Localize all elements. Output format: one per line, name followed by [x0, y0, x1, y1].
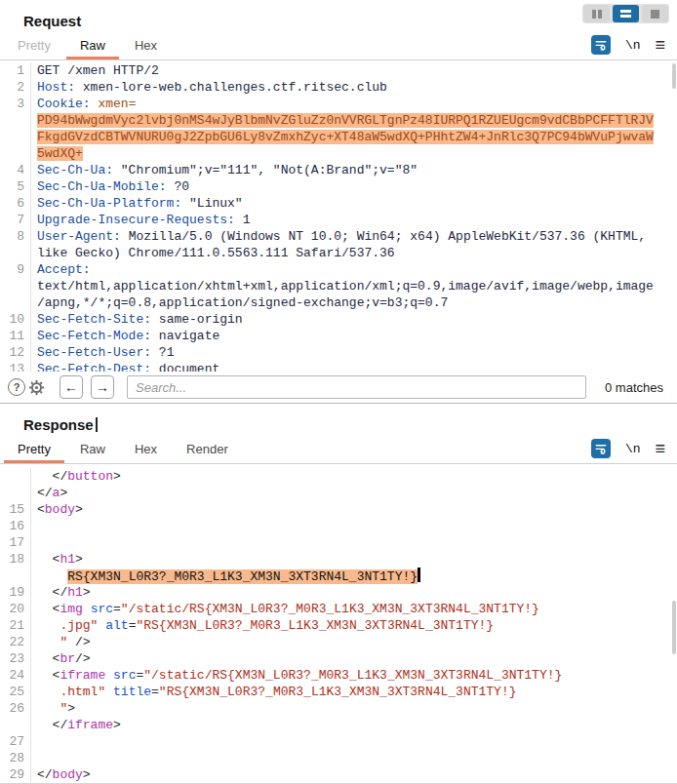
layout-columns-button[interactable] — [583, 5, 610, 22]
code-text: PD94bWwgdmVyc2lvbj0nMS4wJyBlbmNvZGluZz0n… — [31, 112, 654, 129]
line-number: 5 — [0, 178, 31, 195]
code-line[interactable]: 15<body> — [0, 501, 677, 518]
code-line[interactable]: 21 .jpg" alt="RS{XM3N_L0R3?_M0R3_L1K3_XM… — [0, 617, 677, 634]
tab-raw[interactable]: Raw — [65, 32, 120, 59]
code-line[interactable]: </button> — [0, 468, 677, 485]
text-caret — [96, 417, 98, 432]
line-number: 15 — [0, 501, 31, 518]
code-line[interactable]: 16 — [0, 518, 677, 534]
code-line[interactable]: 27 — [0, 733, 677, 750]
code-line[interactable]: 24 <iframe src="/static/RS{XM3N_L0R3?_M0… — [0, 667, 677, 684]
code-line[interactable]: 19 </h1> — [0, 584, 677, 601]
code-line[interactable]: text/html,application/xhtml+xml,applicat… — [0, 278, 677, 294]
code-line[interactable]: FkgdGVzdCBTWVNURU0gJ2ZpbGU6Ly8vZmxhZyc+X… — [0, 129, 677, 145]
code-line[interactable]: 6Sec-Ch-Ua-Platform: "Linux" — [0, 195, 677, 212]
layout-single-button[interactable] — [642, 5, 668, 22]
code-line[interactable]: 18 <h1> — [0, 551, 677, 568]
line-number — [0, 145, 31, 162]
right-arrow-icon: → — [96, 379, 109, 395]
code-text: text/html,application/xhtml+xml,applicat… — [31, 278, 654, 294]
columns-layout-icon — [592, 10, 602, 19]
code-line[interactable]: 23 <br/> — [0, 650, 677, 667]
response-editor[interactable]: </button></a>15<body>161718 <h1> RS{XM3N… — [0, 464, 677, 782]
code-text — [31, 733, 37, 750]
line-number — [0, 468, 31, 485]
line-number: 23 — [0, 650, 31, 667]
editor-menu-icon[interactable]: ≡ — [655, 36, 665, 54]
code-text: Upgrade-Insecure-Requests: 1 — [31, 212, 250, 228]
response-scrollbar-thumb[interactable] — [672, 601, 676, 654]
code-line[interactable]: like Gecko) Chrome/111.0.5563.111 Safari… — [0, 245, 677, 261]
code-line[interactable]: 4Sec-Ch-Ua: "Chromium";v="111", "Not(A:B… — [0, 162, 677, 178]
code-line[interactable]: 2Host: xmen-lore-web.challenges.ctf.rits… — [0, 79, 677, 96]
code-line[interactable]: </a> — [0, 485, 677, 501]
code-line[interactable]: 1GET /xmen HTTP/2 — [0, 62, 677, 79]
line-number — [0, 717, 31, 733]
show-newlines-toggle[interactable]: \n — [625, 38, 641, 53]
tab-hex[interactable]: Hex — [120, 32, 172, 59]
code-line[interactable]: </iframe> — [0, 717, 677, 733]
line-number: 16 — [0, 518, 31, 534]
code-text — [31, 750, 37, 766]
code-text: Sec-Ch-Ua-Mobile: ?0 — [31, 178, 189, 195]
code-text: GET /xmen HTTP/2 — [31, 62, 159, 79]
code-line[interactable]: 29</body> — [0, 766, 677, 782]
left-arrow-icon: ← — [64, 379, 78, 395]
line-number: 7 — [0, 212, 31, 228]
code-line[interactable]: 12Sec-Fetch-User: ?1 — [0, 344, 677, 361]
code-line[interactable]: 13Sec-Fetch-Dest: document — [0, 361, 677, 372]
code-text: </body> — [31, 766, 91, 782]
word-wrap-icon[interactable] — [591, 35, 611, 55]
line-number: 11 — [0, 328, 31, 344]
code-line[interactable]: 3Cookie: xmen= — [0, 96, 677, 112]
layout-rows-button[interactable] — [613, 5, 639, 22]
editor-menu-icon[interactable]: ≡ — [655, 440, 665, 457]
code-line[interactable]: 26 "> — [0, 700, 677, 717]
code-text: .jpg" alt="RS{XM3N_L0R3?_M0R3_L1K3_XM3N_… — [31, 617, 494, 634]
line-number — [0, 129, 31, 145]
tabs-spacer — [172, 32, 591, 59]
request-tabs-list: PrettyRawHex — [3, 32, 172, 59]
code-line[interactable]: 5wdXQ+ — [0, 145, 677, 162]
prev-match-button[interactable]: ← — [60, 375, 83, 399]
word-wrap-icon[interactable] — [591, 439, 611, 458]
show-newlines-toggle[interactable]: \n — [625, 442, 641, 456]
match-nav: ← → — [60, 375, 114, 399]
tab-pretty[interactable]: Pretty — [3, 32, 65, 59]
code-line[interactable]: RS{XM3N_L0R3?_M0R3_L1K3_XM3N_3XT3RN4L_3N… — [0, 568, 677, 584]
code-text: RS{XM3N_L0R3?_M0R3_L1K3_XM3N_3XT3RN4L_3N… — [31, 568, 420, 584]
settings-gear-icon[interactable] — [28, 379, 45, 396]
code-line[interactable]: PD94bWwgdmVyc2lvbj0nMS4wJyBlbmNvZGluZz0n… — [0, 112, 677, 129]
code-line[interactable]: 17 — [0, 534, 677, 551]
code-line[interactable]: 5Sec-Ch-Ua-Mobile: ?0 — [0, 178, 677, 195]
code-line[interactable]: 25 .html" title="RS{XM3N_L0R3?_M0R3_L1K3… — [0, 684, 677, 700]
response-editor-tools: \n ≡ — [591, 436, 665, 463]
code-line[interactable]: /apng,*/*;q=0.8,application/signed-excha… — [0, 294, 677, 311]
line-number: 20 — [0, 601, 31, 617]
request-tabs: PrettyRawHex \n ≡ — [0, 32, 677, 60]
request-scrollbar-thumb[interactable] — [672, 63, 676, 89]
code-line[interactable]: 20 <img src="/static/RS{XM3N_L0R3?_M0R3_… — [0, 601, 677, 617]
code-line[interactable]: 7Upgrade-Insecure-Requests: 1 — [0, 212, 677, 228]
request-editor[interactable]: 1GET /xmen HTTP/22Host: xmen-lore-web.ch… — [0, 60, 677, 372]
line-number — [0, 278, 31, 294]
line-number: 12 — [0, 344, 31, 361]
code-line[interactable]: 11Sec-Fetch-Mode: navigate — [0, 328, 677, 344]
code-line[interactable]: 10Sec-Fetch-Site: same-origin — [0, 311, 677, 328]
code-line[interactable]: 8User-Agent: Mozilla/5.0 (Windows NT 10.… — [0, 228, 677, 245]
tab-raw[interactable]: Raw — [65, 436, 120, 463]
line-number — [0, 485, 31, 501]
response-panel: Response PrettyRawHexRender \n ≡ </butto… — [0, 404, 677, 782]
tab-render[interactable]: Render — [172, 436, 243, 463]
next-match-button[interactable]: → — [91, 375, 114, 399]
code-line[interactable]: 9Accept: — [0, 261, 677, 278]
help-icon[interactable]: ? — [8, 378, 25, 396]
line-number: 6 — [0, 195, 31, 212]
tab-pretty[interactable]: Pretty — [3, 436, 65, 463]
code-line[interactable]: 28 — [0, 750, 677, 766]
code-line[interactable]: 22 " /> — [0, 634, 677, 650]
search-input[interactable] — [127, 375, 586, 399]
word-wrap-glyph — [593, 37, 609, 53]
code-text: User-Agent: Mozilla/5.0 (Windows NT 10.0… — [31, 228, 646, 245]
tab-hex[interactable]: Hex — [120, 436, 172, 463]
